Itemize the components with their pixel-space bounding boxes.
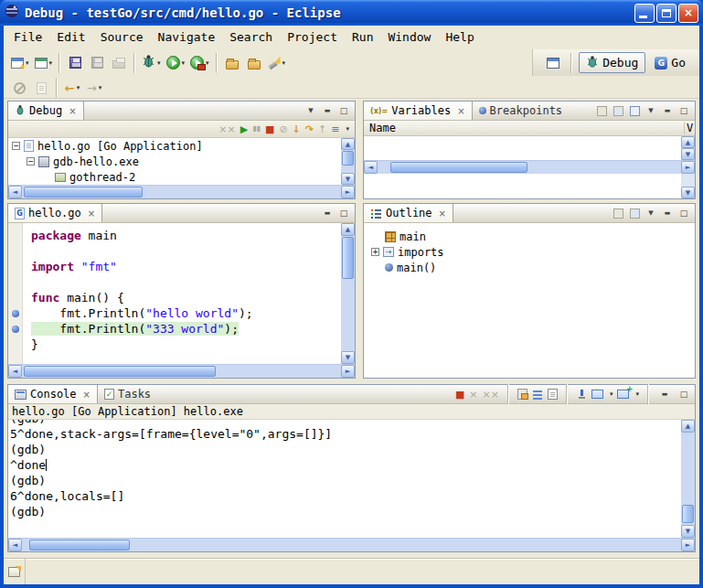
external-tools-button[interactable]: ▾ [188,52,211,74]
menu-project[interactable]: Project [280,27,345,47]
menu-help[interactable]: Help [438,27,481,47]
column-value-partial[interactable]: V [684,122,695,134]
close-button[interactable]: × [678,4,698,23]
detail-vertical-scrollbar[interactable]: ▼ [681,174,695,198]
maximize-view-icon[interactable]: □ [676,104,691,117]
maximize-button[interactable] [656,4,676,23]
menu-run[interactable]: Run [345,27,380,47]
word-wrap-icon[interactable] [532,389,543,400]
menu-edit[interactable]: Edit [49,27,92,47]
tab-outline[interactable]: Outline × [364,204,453,222]
minimize-view-icon[interactable]: ▬ [660,104,675,117]
scroll-left-icon[interactable]: ◄ [8,186,22,198]
scroll-left-icon[interactable]: ◄ [364,161,378,174]
scroll-down-icon[interactable]: ▼ [681,148,695,160]
scroll-up-icon[interactable]: ▲ [681,420,695,433]
suspend-icon[interactable]: ▮▮ [252,125,261,133]
dropdown-icon[interactable]: ▾ [77,84,80,91]
scroll-right-icon[interactable]: ► [681,161,695,174]
scroll-thumb[interactable] [390,162,527,173]
scroll-thumb[interactable] [29,540,130,551]
collapse-expander-icon[interactable]: − [12,142,20,150]
collapse-expander-icon[interactable]: − [27,157,35,166]
scroll-down-icon[interactable]: ▼ [681,525,695,538]
open-project-button[interactable] [222,52,242,74]
remove-all-terminated-icon[interactable]: ×× [218,124,235,134]
close-tab-icon[interactable]: × [439,208,446,219]
debug-tree-process-row[interactable]: − gdb-hello.exe [8,154,355,169]
step-return-icon[interactable]: ↑ [318,124,326,134]
editor-horizontal-scrollbar[interactable]: ◄ ► [8,364,355,378]
variables-tree[interactable]: ▲ ▼ [364,136,695,160]
open-console-icon[interactable]: + [617,390,629,399]
outline-item-imports[interactable]: + → imports [364,244,695,260]
scroll-thumb[interactable] [24,366,216,377]
instruction-pointer-icon[interactable] [12,326,19,333]
dropdown-icon[interactable]: ▾ [182,59,186,67]
remove-all-launches-icon[interactable]: ×× [483,390,499,400]
editor-vertical-scrollbar[interactable]: ▲ ▼ [341,223,355,364]
editor-annotation-ruler[interactable] [8,223,23,364]
clear-console-icon[interactable] [548,389,558,400]
console-horizontal-scrollbar[interactable]: ◄ ► [8,538,695,551]
new-wizard-button[interactable]: ▾ [9,52,31,74]
open-resource-button[interactable] [244,52,264,74]
title-bar[interactable]: Debug - testGo/src/cmd/hello.go - Eclips… [0,0,703,26]
scroll-lock-icon[interactable] [517,389,527,400]
step-into-icon[interactable]: ↓ [293,124,301,134]
scroll-right-icon[interactable]: ► [341,365,355,378]
scroll-down-icon[interactable]: ▼ [681,187,695,198]
perspective-go-button[interactable]: G Go [648,54,692,71]
terminate-icon[interactable]: ■ [265,124,274,134]
minimize-view-icon[interactable]: ▬ [660,207,675,219]
outline-item-main-func[interactable]: main() [364,260,695,275]
debug-tree[interactable]: − hello.go [Go Application] − gdb-hello.… [8,138,355,185]
show-type-names-icon[interactable] [594,104,609,117]
scroll-up-icon[interactable]: ▲ [341,223,355,236]
debug-vertical-scrollbar[interactable]: ▲ ▼ [341,138,355,185]
sort-icon[interactable] [611,207,625,219]
dropdown-icon[interactable]: ▾ [157,59,161,67]
minimize-button[interactable] [634,4,655,23]
variables-vertical-scrollbar[interactable]: ▲ ▼ [681,136,695,160]
pin-console-icon[interactable] [576,389,587,400]
expand-expander-icon[interactable]: + [371,248,379,256]
menu-navigate[interactable]: Navigate [151,27,223,47]
filter-icon[interactable] [627,207,642,219]
console-vertical-scrollbar[interactable]: ▲ ▼ [681,420,695,538]
debug-toolbar-menu-icon[interactable]: ▾ [346,125,349,133]
forward-button[interactable]: →▾ [84,77,104,99]
code-area[interactable]: package main import "fmt" func main() { … [24,223,341,364]
console-text-area[interactable]: (gdb) 5^done,stack-args=[frame={level="0… [8,420,695,538]
dropdown-icon[interactable]: ▾ [206,59,209,67]
column-name[interactable]: Name [364,122,684,134]
fast-view-icon[interactable] [8,567,20,577]
maximize-view-icon[interactable]: □ [676,207,691,219]
outline-item-main[interactable]: main [364,229,695,244]
maximize-view-icon[interactable]: □ [676,388,691,401]
scroll-left-icon[interactable]: ◄ [8,365,22,378]
tab-variables[interactable]: (x)= Variables × [364,102,473,120]
step-over-icon[interactable]: ↷ [305,124,314,134]
dropdown-icon[interactable]: ▾ [635,390,639,398]
open-perspective-button[interactable] [543,52,563,74]
tab-breakpoints[interactable]: Breakpoints [473,102,569,120]
tab-hello-go[interactable]: G hello.go × [8,204,102,222]
perspective-debug-button[interactable]: Debug [579,52,645,73]
outline-tree[interactable]: main + → imports main() [364,223,695,378]
remove-launch-icon[interactable]: × [469,390,477,400]
search-button[interactable]: ▾ [266,52,288,74]
tab-debug-view[interactable]: Debug × [8,102,84,120]
collapse-all-icon[interactable] [627,104,642,117]
mark-occurrences-button[interactable] [31,77,51,99]
close-tab-icon[interactable]: × [69,106,76,116]
dropdown-icon[interactable]: ▾ [26,59,29,67]
back-button[interactable]: ←▾ [62,77,82,99]
minimize-view-icon[interactable]: ▬ [320,104,335,117]
debug-horizontal-scrollbar[interactable]: ◄ ► [8,185,355,198]
run-button[interactable]: ▾ [165,52,187,74]
menu-file[interactable]: File [6,27,49,47]
debug-tree-launch-row[interactable]: − hello.go [Go Application] [8,138,355,154]
close-tab-icon[interactable]: × [88,208,95,219]
display-selected-console-icon[interactable] [591,390,603,399]
